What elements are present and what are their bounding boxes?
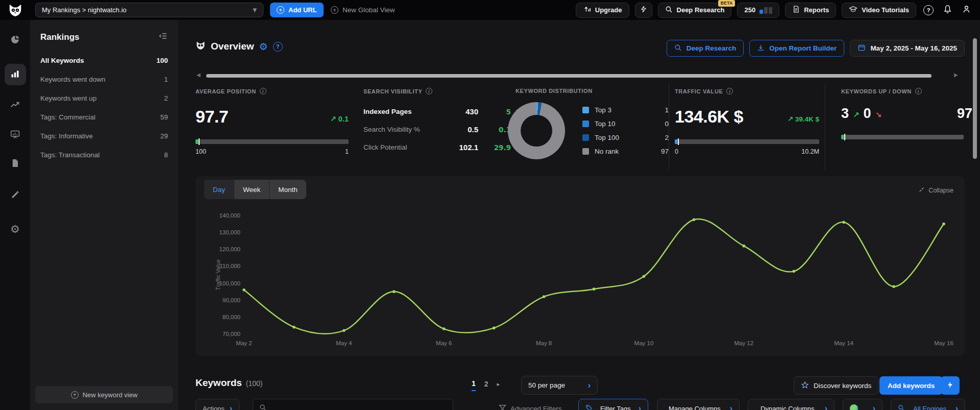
tab-month[interactable]: Month: [270, 180, 306, 199]
all-engines-selector[interactable]: All Engines ›: [891, 399, 965, 410]
chevron-right-icon: ›: [955, 404, 958, 410]
info-icon[interactable]: i: [726, 88, 733, 94]
download-icon: [757, 44, 765, 53]
sidebar-item[interactable]: Keywords went up2: [30, 89, 178, 108]
notifications-button[interactable]: [941, 4, 954, 17]
deep-research-button[interactable]: Deep Research BETA: [658, 3, 732, 18]
legend-swatch: [582, 120, 589, 127]
keywords-up-count: 3: [841, 107, 849, 120]
nav-dashboard-pie-icon[interactable]: [9, 33, 21, 45]
next-page-icon[interactable]: ▸: [497, 381, 500, 390]
sidebar-item-label: Keywords went up: [40, 94, 96, 102]
traffic-value-delta: ↗ 39.4K $: [788, 115, 819, 125]
keywords-total-count: 97: [957, 107, 972, 120]
nav-site-audit-icon[interactable]: [9, 128, 21, 140]
locale-selector[interactable]: ›: [843, 399, 883, 410]
filter-tags-button[interactable]: Filter Tags ›: [578, 399, 648, 410]
keywords-up-down-bar: [841, 135, 964, 139]
deep-research-button-secondary[interactable]: Deep Research: [667, 40, 744, 57]
scroll-right-arrow[interactable]: ▶: [954, 72, 958, 78]
search-icon: [665, 6, 673, 15]
sidebar-item-count: 29: [160, 132, 168, 140]
trend-up-icon: ↗: [853, 110, 860, 120]
info-icon[interactable]: i: [915, 88, 922, 94]
upgrade-icon: [583, 5, 591, 15]
new-global-view-button[interactable]: + New Global View: [331, 3, 395, 17]
average-position-value: 97.7: [195, 108, 228, 125]
search-visibility-row: Click Potential102.129.9 ↗: [363, 138, 519, 156]
svg-text:90,000: 90,000: [223, 297, 240, 303]
sidebar-collapse-icon[interactable]: [158, 31, 168, 43]
nightwatch-logo-icon[interactable]: [0, 0, 30, 20]
sidebar-item[interactable]: Keywords went down1: [30, 70, 178, 89]
page-2[interactable]: 2: [484, 380, 488, 391]
account-button[interactable]: [960, 4, 973, 17]
reports-button[interactable]: Reports: [785, 3, 836, 18]
keyword-distribution-card: KEYWORD DISTRIBUTION Top 31Top 100Top 10…: [508, 88, 669, 159]
tab-day[interactable]: Day: [204, 180, 234, 199]
sidebar-item[interactable]: Tags: Transactional8: [30, 146, 178, 164]
sidebar-item-label: Tags: Informative: [40, 132, 93, 140]
page-1[interactable]: 1: [472, 379, 476, 391]
sidebar-item[interactable]: All Keywords100: [30, 51, 178, 70]
keywords-section-title: Keywords: [195, 377, 242, 389]
help-button[interactable]: ?: [922, 4, 935, 17]
info-icon[interactable]: i: [426, 88, 432, 94]
tag-icon: [585, 404, 593, 410]
auto-discover-lightning-button[interactable]: [941, 376, 960, 395]
video-tutorials-button[interactable]: Video Tutorials: [842, 3, 916, 18]
keywords-down-count: 0: [864, 107, 871, 120]
search-input[interactable]: [271, 405, 447, 410]
svg-text:70,000: 70,000: [223, 331, 240, 337]
project-selector[interactable]: My Rankings > nightwatch.io ▼: [35, 3, 263, 17]
overview-settings-gear-icon[interactable]: ⚙: [259, 41, 268, 52]
tab-week[interactable]: Week: [234, 180, 270, 199]
search-icon: [259, 404, 266, 410]
stats-horizontal-scrollbar[interactable]: [206, 74, 932, 78]
graduation-cap-icon: [849, 5, 857, 15]
date-range-picker[interactable]: May 2, 2025 - May 16, 2025: [850, 40, 965, 57]
nav-trends-icon[interactable]: [9, 99, 21, 111]
nav-pages-icon[interactable]: [9, 157, 21, 169]
add-url-button[interactable]: + Add URL: [270, 3, 324, 17]
funnel-icon: [499, 404, 506, 410]
sidebar-item-label: All Keywords: [40, 57, 84, 64]
discover-keywords-button[interactable]: Discover keywords: [794, 376, 878, 395]
chevron-down-icon: ▼: [253, 7, 257, 13]
svg-text:80,000: 80,000: [223, 314, 240, 320]
upgrade-button[interactable]: Upgrade: [576, 3, 629, 18]
keywords-count: (100): [246, 379, 263, 388]
per-page-selector[interactable]: 50 per page ›: [521, 376, 598, 395]
sidebar-item[interactable]: Tags: Informative29: [30, 127, 178, 146]
bell-icon: [943, 4, 952, 16]
svg-text:May 12: May 12: [734, 340, 753, 346]
chevron-right-icon: ›: [230, 404, 232, 410]
calendar-icon: [857, 43, 866, 53]
nav-notes-pencil-icon[interactable]: [9, 188, 21, 201]
add-keywords-button[interactable]: Add keywords: [879, 376, 943, 395]
vertical-scrollbar-thumb[interactable]: [973, 38, 977, 159]
nav-rankings-active[interactable]: [5, 64, 26, 85]
keywords-up-down-card: KEYWORDS UP / DOWN i 3 ↗ 0 ↘ 97: [841, 88, 972, 139]
nav-settings-gear-icon[interactable]: ⚙: [9, 223, 21, 235]
manage-columns-button[interactable]: Manage Columns ›: [657, 399, 740, 410]
chevron-right-icon: ›: [873, 404, 875, 410]
bar-chart-icon: [10, 68, 20, 81]
actions-dropdown[interactable]: Actions ›: [195, 399, 239, 410]
scroll-left-arrow[interactable]: ◀: [197, 72, 201, 78]
overview-help-icon[interactable]: ?: [273, 42, 283, 52]
quick-actions-button[interactable]: [635, 3, 652, 18]
new-keyword-view-button[interactable]: + New keyword view: [35, 386, 173, 403]
svg-text:May 16: May 16: [934, 340, 953, 346]
advanced-filters-button[interactable]: Advanced Filters: [499, 399, 562, 410]
search-visibility-row: Search Visibility %0.50.1 ↗: [363, 120, 519, 138]
info-icon[interactable]: i: [260, 88, 266, 94]
collapse-chart-button[interactable]: Collapse: [918, 186, 953, 195]
credits-counter[interactable]: 250: [737, 3, 779, 18]
open-report-builder-button[interactable]: Open Report Builder: [749, 40, 844, 57]
svg-text:May 10: May 10: [634, 340, 654, 346]
dynamic-columns-button[interactable]: Dynamic Columns ›: [748, 399, 835, 410]
chevron-right-icon: ›: [730, 404, 732, 410]
credits-bars-icon: [760, 7, 772, 14]
sidebar-item[interactable]: Tags: Commercial59: [30, 108, 178, 127]
